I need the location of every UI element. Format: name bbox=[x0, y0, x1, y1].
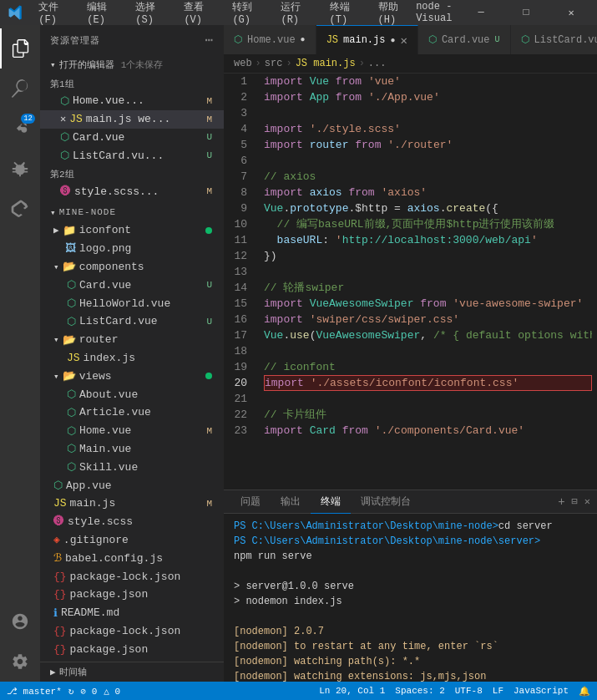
spaces[interactable]: Spaces: 2 bbox=[395, 686, 444, 696]
terminal-line-4: > server@1.0.0 serve bbox=[234, 579, 587, 594]
file-pkg-lock-1[interactable]: {} package-lock.json bbox=[40, 567, 224, 586]
folder-views[interactable]: ▾ 📂 views bbox=[40, 367, 224, 385]
project-section[interactable]: ▾ MINE-NODE bbox=[40, 204, 224, 221]
code-line-10: // 编写baseURL前缀,页面中使用$http进行使用该前缀 bbox=[264, 216, 592, 232]
code-line-2: import App from './App.vue' bbox=[264, 89, 592, 105]
git-branch[interactable]: ⎇ master* bbox=[7, 686, 62, 697]
git-icon: ◈ bbox=[53, 533, 60, 546]
file-style-scss[interactable]: 🅢 style.scss bbox=[40, 513, 224, 531]
terminal-add-icon[interactable]: + bbox=[558, 495, 564, 509]
maximize-button[interactable]: □ bbox=[507, 0, 545, 25]
open-file-mainjs[interactable]: ✕ JS main.js we... M bbox=[40, 110, 224, 129]
file-article-vue[interactable]: ⬡ Article.vue bbox=[40, 403, 224, 422]
unsaved-badge: 1个未保存 bbox=[121, 58, 164, 71]
file-router-indexjs[interactable]: JS index.js bbox=[40, 349, 224, 368]
menu-file[interactable]: 文件(F) bbox=[32, 0, 67, 28]
tab-problems[interactable]: 问题 bbox=[230, 490, 271, 514]
code-line-18 bbox=[264, 343, 592, 359]
activity-account[interactable] bbox=[0, 601, 40, 642]
menu-select[interactable]: 选择(S) bbox=[129, 0, 164, 28]
cursor-position[interactable]: Ln 20, Col 1 bbox=[319, 686, 385, 696]
terminal-content[interactable]: PS C:\Users\Administrator\Desktop\mine-n… bbox=[224, 514, 597, 682]
file-babel-config[interactable]: ℬ babel.config.js bbox=[40, 549, 224, 567]
close-icon[interactable]: ✕ bbox=[60, 113, 66, 125]
open-file-home-vue[interactable]: ⬡ Home.vue... M bbox=[40, 92, 224, 110]
tab-card-vue[interactable]: ⬡ Card.vue U bbox=[418, 25, 511, 54]
menu-run[interactable]: 运行(R) bbox=[274, 0, 309, 28]
tab-output[interactable]: 输出 bbox=[271, 490, 311, 514]
file-gitignore[interactable]: ◈ .gitignore bbox=[40, 531, 224, 550]
terminal-split-icon[interactable]: ⊟ bbox=[572, 495, 578, 508]
vue-icon: ⬡ bbox=[67, 315, 76, 328]
tab-terminal[interactable]: 终端 bbox=[311, 490, 351, 514]
pkg-icon: {} bbox=[53, 643, 67, 656]
sync-icon[interactable]: ↻ bbox=[68, 686, 74, 697]
terminal-line-8: [nodemon] to restart at any time, enter … bbox=[234, 639, 587, 654]
menu-edit[interactable]: 编辑(E) bbox=[80, 0, 115, 28]
file-readme[interactable]: ℹ README.md bbox=[40, 604, 224, 622]
file-home-vue[interactable]: ⬡ Home.vue M bbox=[40, 422, 224, 440]
file-helloworld-vue[interactable]: ⬡ HelloWorld.vue bbox=[40, 294, 224, 312]
language-mode[interactable]: JavaScript bbox=[514, 686, 569, 696]
tab-listcard-vue[interactable]: ⬡ ListCard.vu U bbox=[511, 25, 597, 54]
tab-mainjs[interactable]: JS main.js ● ✕ bbox=[316, 25, 418, 54]
file-mainjs[interactable]: JS main.js M bbox=[40, 495, 224, 513]
vue-tab-icon: ⬡ bbox=[428, 33, 437, 46]
warnings-count[interactable]: △ 0 bbox=[104, 686, 120, 697]
close-button[interactable]: ✕ bbox=[552, 0, 590, 25]
menu-help[interactable]: 帮助(H) bbox=[372, 0, 407, 28]
code-content: import Vue from 'vue' import App from '.… bbox=[257, 74, 592, 489]
file-main-vue[interactable]: ⬡ Main.vue bbox=[40, 440, 224, 459]
open-file-style-scss[interactable]: 🅢 style.scss... M bbox=[40, 182, 224, 200]
file-pkg-2[interactable]: {} package.json bbox=[40, 640, 224, 658]
activity-explorer[interactable] bbox=[0, 28, 40, 68]
file-about-vue[interactable]: ⬡ About.vue bbox=[40, 385, 224, 403]
terminal-line-7: [nodemon] 2.0.7 bbox=[234, 624, 587, 639]
file-pkg-lock-2[interactable]: {} package-lock.json bbox=[40, 622, 224, 641]
code-line-1: import Vue from 'vue' bbox=[264, 74, 592, 89]
open-file-card-vue[interactable]: ⬡ Card.vue U bbox=[40, 129, 224, 147]
js-tab-icon: JS bbox=[326, 34, 338, 46]
readme-icon: ℹ bbox=[53, 606, 58, 620]
folder-icon: 📂 bbox=[63, 260, 76, 273]
timeline-section[interactable]: ▶ 时间轴 bbox=[40, 662, 224, 682]
activity-debug[interactable] bbox=[0, 149, 40, 189]
encoding[interactable]: UTF-8 bbox=[455, 686, 483, 696]
terminal-line-10: [nodemon] watching extensions: js,mjs,js… bbox=[234, 669, 587, 682]
menu-goto[interactable]: 转到(G) bbox=[225, 0, 261, 28]
terminal-area: 问题 输出 终端 调试控制台 + ⊟ ✕ PS C:\Users\Adminis… bbox=[224, 489, 597, 682]
file-skill-vue[interactable]: ⬡ Skill.vue bbox=[40, 458, 224, 476]
menu-terminal[interactable]: 终端(T) bbox=[323, 0, 358, 28]
open-file-listcard-vue[interactable]: ⬡ ListCard.vu... U bbox=[40, 146, 224, 165]
minimize-button[interactable]: ─ bbox=[462, 0, 500, 25]
file-listcard-vue[interactable]: ⬡ ListCard.vue U bbox=[40, 312, 224, 331]
errors-count[interactable]: ⊘ 0 bbox=[80, 686, 97, 697]
line-ending[interactable]: LF bbox=[493, 686, 503, 696]
file-pkg-1[interactable]: {} package.json bbox=[40, 586, 224, 604]
activity-source-control[interactable]: 12 bbox=[0, 109, 40, 149]
menu-bar: 文件(F) 编辑(E) 选择(S) 查看(V) 转到(G) 运行(R) 终端(T… bbox=[32, 0, 406, 28]
file-app-vue[interactable]: ⬡ App.vue bbox=[40, 476, 224, 495]
code-editor[interactable]: 12345 678910 1112131415 1617181920 21222… bbox=[224, 74, 592, 489]
sidebar-more-icon[interactable]: ⋯ bbox=[205, 32, 214, 48]
tab-debug-console[interactable]: 调试控制台 bbox=[351, 490, 421, 514]
open-editors-section[interactable]: ▾ 打开的编辑器 1个未保存 bbox=[40, 55, 224, 74]
folder-components[interactable]: ▾ 📂 components bbox=[40, 258, 224, 276]
activity-settings[interactable] bbox=[0, 642, 40, 682]
terminal-line-6 bbox=[234, 609, 587, 624]
file-logo-png[interactable]: 🖼 logo.png bbox=[40, 240, 224, 258]
menu-view[interactable]: 查看(V) bbox=[177, 0, 212, 28]
source-control-badge: 12 bbox=[21, 114, 35, 124]
activity-bottom bbox=[0, 601, 40, 682]
untracked-badge: U bbox=[495, 35, 500, 44]
vue-icon: ⬡ bbox=[67, 278, 76, 292]
folder-iconfont[interactable]: ▶ 📁 iconfont bbox=[40, 221, 224, 240]
file-card-vue[interactable]: ⬡ Card.vue U bbox=[40, 276, 224, 294]
tab-close-icon[interactable]: ✕ bbox=[400, 33, 407, 48]
folder-router[interactable]: ▾ 📂 router bbox=[40, 331, 224, 349]
activity-search[interactable] bbox=[0, 68, 40, 109]
tab-home-vue[interactable]: ⬡ Home.vue ● bbox=[224, 25, 316, 54]
bell-icon[interactable]: 🔔 bbox=[579, 686, 590, 697]
terminal-close-icon[interactable]: ✕ bbox=[584, 495, 590, 508]
activity-extensions[interactable] bbox=[0, 189, 40, 229]
